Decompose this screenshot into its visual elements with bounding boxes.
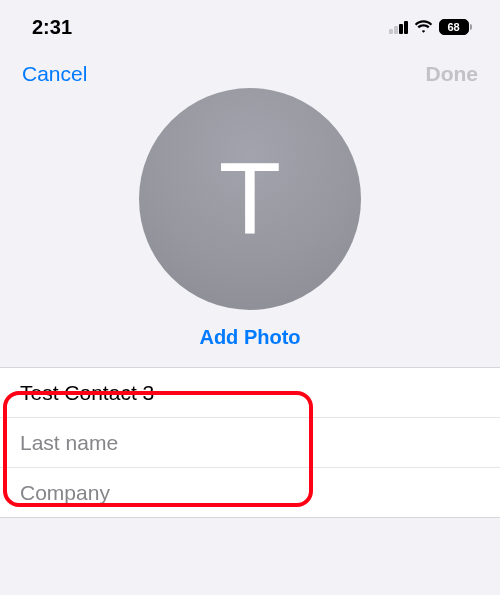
wifi-icon xyxy=(414,20,433,34)
cellular-signal-icon xyxy=(389,21,408,34)
cancel-button[interactable]: Cancel xyxy=(22,62,87,86)
status-bar: 2:31 68 xyxy=(0,0,500,48)
avatar-initial: T xyxy=(219,148,281,250)
add-photo-button[interactable]: Add Photo xyxy=(199,326,300,349)
first-name-row[interactable] xyxy=(0,368,500,418)
contact-avatar[interactable]: T xyxy=(139,88,361,310)
battery-percentage: 68 xyxy=(447,22,459,33)
avatar-section: T Add Photo xyxy=(0,96,500,367)
status-indicators: 68 xyxy=(389,19,472,35)
company-row[interactable] xyxy=(0,468,500,517)
done-button[interactable]: Done xyxy=(426,62,479,86)
status-time: 2:31 xyxy=(32,16,72,39)
name-form-section xyxy=(0,367,500,518)
last-name-row[interactable] xyxy=(0,418,500,468)
last-name-input[interactable] xyxy=(20,431,480,455)
first-name-input[interactable] xyxy=(20,381,480,405)
company-input[interactable] xyxy=(20,481,480,505)
battery-icon: 68 xyxy=(439,19,473,35)
